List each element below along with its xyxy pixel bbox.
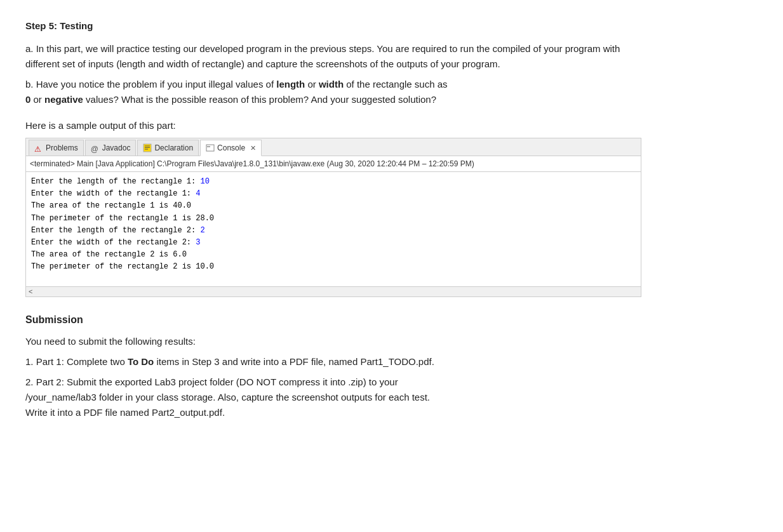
tab-console-label: Console <box>217 142 245 154</box>
tab-javadoc[interactable]: @ Javadoc <box>85 140 137 156</box>
paragraph-a: a. In this part, we will practice testin… <box>25 41 641 72</box>
bold-todo: To Do <box>128 356 154 367</box>
eclipse-tab-bar: ⚠ Problems @ Javadoc Declaration Console… <box>26 138 641 156</box>
submission-intro: You need to submit the following results… <box>25 334 641 349</box>
console-icon <box>206 143 215 152</box>
bold-length: length <box>276 79 305 90</box>
sample-output-label: Here is a sample output of this part: <box>25 119 641 133</box>
svg-rect-4 <box>206 145 214 151</box>
console-close-icon[interactable]: ✕ <box>250 143 256 154</box>
console-line: The area of the rectangle 2 is 6.0 <box>31 249 636 261</box>
tab-console[interactable]: Console ✕ <box>200 140 262 156</box>
console-line: Enter the length of the rectangle 2: 2 <box>31 225 636 237</box>
eclipse-scroll-bar[interactable]: < <box>26 286 641 296</box>
console-body: Enter the length of the rectangle 1: 10 … <box>26 172 641 286</box>
tab-declaration[interactable]: Declaration <box>137 140 199 156</box>
submission-title: Submission <box>25 312 641 328</box>
paragraph-b: b. Have you notice the problem if you in… <box>25 77 641 107</box>
input-value: 2 <box>200 226 204 235</box>
console-line: Enter the length of the rectangle 1: 10 <box>31 176 636 188</box>
tab-problems[interactable]: ⚠ Problems <box>29 140 84 156</box>
tab-problems-label: Problems <box>46 142 78 154</box>
javadoc-icon: @ <box>91 143 100 152</box>
console-line: The perimeter of the rectangle 2 is 10.0 <box>31 261 636 273</box>
eclipse-panel: ⚠ Problems @ Javadoc Declaration Console… <box>25 138 641 297</box>
problems-icon: ⚠ <box>34 143 43 152</box>
input-value: 10 <box>200 177 209 186</box>
bold-zero: 0 <box>25 94 30 105</box>
console-line: The perimeter of the rectangle 1 is 28.0 <box>31 213 636 225</box>
tab-declaration-label: Declaration <box>154 142 193 154</box>
console-line: Enter the width of the rectangle 1: 4 <box>31 188 636 200</box>
submission-item-1: 1. Part 1: Complete two To Do items in S… <box>25 354 641 369</box>
submission-item-2: 2. Part 2: Submit the exported Lab3 proj… <box>25 375 641 420</box>
input-value: 4 <box>196 189 200 198</box>
scroll-left-arrow: < <box>29 286 32 297</box>
console-line: Enter the width of the rectangle 2: 3 <box>31 237 636 249</box>
console-line: The area of the rectangle 1 is 40.0 <box>31 200 636 212</box>
input-value: 3 <box>196 238 200 247</box>
declaration-icon <box>143 143 152 152</box>
console-header: <terminated> Main [Java Application] C:\… <box>26 156 641 172</box>
bold-negative: negative <box>44 94 83 105</box>
tab-javadoc-label: Javadoc <box>102 142 131 154</box>
bold-width: width <box>319 79 344 90</box>
step-title: Step 5: Testing <box>25 19 641 34</box>
